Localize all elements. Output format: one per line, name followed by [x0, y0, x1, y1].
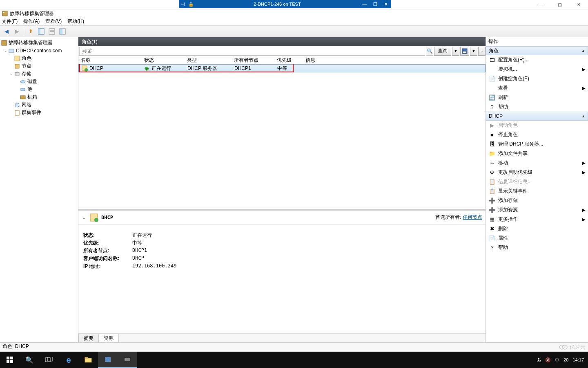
action--[interactable]: ?帮助 [486, 102, 588, 112]
query-dropdown[interactable]: ▼ [452, 47, 459, 56]
save-query-button[interactable] [460, 47, 469, 56]
tree-disks[interactable]: 磁盘 [0, 78, 78, 85]
nodes-icon [14, 63, 20, 70]
ie-taskbar-button[interactable]: e [59, 352, 78, 368]
system-tray: 🖧 🔇 中 20 14:17 [532, 357, 588, 363]
collapse-section-icon[interactable]: ▲ [581, 49, 585, 53]
detail-k-priority: 优先级: [83, 240, 132, 247]
search-taskbar-button[interactable]: 🔍 [20, 352, 39, 368]
tree-nodes[interactable]: 节点 [0, 62, 78, 70]
save-dropdown[interactable]: ▼ [470, 47, 477, 56]
tree-cluster[interactable]: ⌄ CDHCP.contoso.com [0, 47, 78, 54]
menu-help[interactable]: 帮助(H) [67, 18, 84, 25]
action--[interactable]: ?帮助 [486, 243, 588, 252]
ime-indicator[interactable]: 中 [555, 357, 559, 363]
server-mgr-taskbar-button[interactable] [118, 352, 137, 368]
remote-close-button[interactable]: ✕ [381, 2, 391, 7]
cluster-mgr-taskbar-button[interactable] [98, 352, 118, 368]
tree-events[interactable]: 群集事件 [0, 109, 78, 117]
search-input[interactable] [79, 47, 425, 56]
start-button[interactable] [0, 352, 20, 368]
col-name[interactable]: 名称 [78, 56, 142, 64]
action--[interactable]: 🔄刷新 [486, 93, 588, 102]
network-tray-icon[interactable]: 🖧 [537, 357, 541, 362]
collapse-icon[interactable]: ⌄ [82, 215, 89, 220]
tray-time[interactable]: 14:17 [572, 357, 584, 362]
back-button[interactable]: ◀ [2, 27, 11, 36]
up-button[interactable]: ⬆ [26, 27, 36, 36]
tab-summary[interactable]: 摘要 [78, 334, 99, 342]
menu-file[interactable]: 文件(F) [2, 18, 18, 25]
task-view-button[interactable] [39, 352, 59, 368]
remote-restore-button[interactable]: ❐ [370, 2, 381, 7]
volume-tray-icon[interactable]: 🔇 [545, 357, 551, 363]
col-owner[interactable]: 所有者节点 [232, 56, 274, 64]
toolbar-separator [24, 27, 24, 36]
col-type[interactable]: 类型 [185, 56, 232, 64]
preferred-owner-link[interactable]: 任何节点 [463, 214, 482, 220]
action-icon: 📄 [488, 76, 496, 82]
remote-minimize-button[interactable]: — [359, 2, 370, 7]
action--[interactable]: ➕添加存储 [486, 196, 588, 205]
action--[interactable]: ⚙更改启动优先级▶ [486, 168, 588, 177]
tree-chassis[interactable]: 机箱 [0, 93, 78, 101]
detail-v-owner: DHCP1 [132, 247, 147, 255]
submenu-arrow-icon: ▶ [582, 208, 586, 212]
action--[interactable]: 查看▶ [486, 83, 588, 93]
action--[interactable]: ✖删除 [486, 224, 588, 233]
detail-body: 状态:正在运行 优先级:中等 所有者节点:DHCP1 客户端访问名称:DHCP … [78, 224, 486, 333]
action-icon: ⚙ [488, 169, 496, 176]
action--[interactable]: ➕添加资源▶ [486, 205, 588, 215]
actions-section-dhcp[interactable]: DHCP ▲ [486, 112, 588, 121]
action--[interactable]: ■停止角色 [486, 130, 588, 139]
menu-view[interactable]: 查看(V) [45, 18, 62, 25]
action--dhcp-[interactable]: 🗄管理 DHCP 服务器... [486, 139, 588, 149]
tree-storage[interactable]: ⌄ 存储 [0, 70, 78, 78]
tree-pools[interactable]: 池 [0, 85, 78, 93]
table-row[interactable]: DHCP ◉ 正在运行 DHCP 服务器 DHCP1 中等 [78, 64, 486, 72]
action-label: 帮助 [498, 103, 508, 110]
detail-k-ip: IP 地址: [83, 263, 132, 271]
svg-rect-37 [125, 358, 130, 361]
query-button[interactable]: 查询 [434, 47, 451, 56]
action-icon: ■ [488, 132, 496, 138]
action-label: 帮助 [498, 244, 508, 251]
list-options[interactable]: ⌄ [478, 47, 486, 56]
menu-action[interactable]: 操作(A) [23, 18, 40, 25]
expand-icon[interactable]: ⌄ [9, 72, 14, 76]
action--[interactable]: ↔移动▶ [486, 158, 588, 168]
outer-close-button[interactable]: ✕ [569, 0, 588, 9]
collapse-section-icon[interactable]: ▲ [581, 114, 585, 118]
action--[interactable]: 虚拟机...▶ [486, 65, 588, 74]
action--r-[interactable]: 🗔配置角色(R)... [486, 55, 588, 65]
detail-header: ⌄ DHCP 首选所有者: 任何节点 [78, 211, 486, 224]
forward-button[interactable]: ▶ [12, 27, 22, 36]
action-icon: 🗔 [488, 57, 496, 63]
col-status[interactable]: 状态 [142, 56, 185, 64]
outer-maximize-button[interactable]: ▢ [550, 0, 569, 9]
svg-rect-9 [2, 40, 7, 45]
expand-icon[interactable]: ⌄ [3, 49, 8, 53]
help-toolbar-button[interactable] [58, 27, 67, 36]
action--e-[interactable]: 📄创建空角色(E) [486, 74, 588, 83]
tree-networks[interactable]: 网络 [0, 101, 78, 109]
action--[interactable]: 📄属性 [486, 233, 588, 243]
action--[interactable]: ▦更多操作▶ [486, 215, 588, 224]
col-priority[interactable]: 优先级 [274, 56, 303, 64]
tab-resources[interactable]: 资源 [98, 334, 119, 342]
detail-k-status: 状态: [83, 232, 132, 240]
outer-minimize-button[interactable]: — [532, 0, 550, 9]
col-info[interactable]: 信息 [303, 56, 486, 64]
actions-section-roles[interactable]: 角色 ▲ [486, 46, 588, 55]
svg-rect-30 [7, 360, 9, 363]
properties-button[interactable] [47, 27, 57, 36]
pin-icon[interactable]: ⊣ [179, 2, 187, 7]
action--[interactable]: 📁添加文件共享 [486, 149, 588, 158]
explorer-taskbar-button[interactable] [78, 352, 98, 368]
show-hide-tree-button[interactable] [36, 27, 46, 36]
search-icon[interactable]: 🔍 [426, 47, 433, 56]
tray-date[interactable]: 20 [564, 357, 568, 362]
tree-root[interactable]: 故障转移群集管理器 [0, 39, 78, 47]
tree-roles[interactable]: 角色 [0, 54, 78, 62]
action--[interactable]: 📋显示关键事件 [486, 186, 588, 196]
